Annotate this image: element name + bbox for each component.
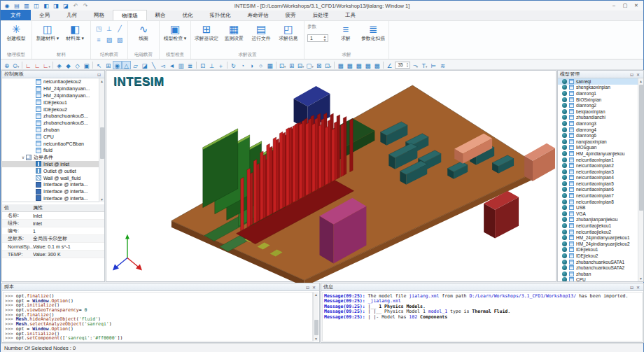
component-item-20[interactable]: neicuntiaoxinpian8	[558, 199, 643, 205]
tree-item-6[interactable]: zhubanchuankouS...	[2, 120, 104, 127]
pressure-load-icon[interactable]: ◳	[94, 24, 104, 34]
component-item-9[interactable]: dianrong6	[558, 132, 643, 139]
circle-select-icon[interactable]: ○	[256, 61, 265, 69]
component-item-27[interactable]: HM_24pindianyuanjiekou2	[558, 241, 643, 247]
snapshot-icon[interactable]: ◪	[62, 2, 70, 10]
ribbon-tab-1[interactable]: 全局	[31, 10, 58, 20]
component-item-28[interactable]: IDEjiekou1	[558, 247, 643, 253]
view-next-icon[interactable]: ◄	[167, 61, 176, 69]
clip-plane-y-icon[interactable]: ▩	[345, 61, 354, 69]
filter-off-icon[interactable]: ⊠	[314, 61, 323, 69]
ribbon-tab-6[interactable]: 优化	[174, 10, 202, 20]
tree-item-2[interactable]: HM_24pindianyuan...	[2, 92, 104, 99]
clip-plane-x-icon[interactable]: ▩	[336, 61, 345, 69]
component-item-0[interactable]: sanreqi	[558, 78, 643, 85]
component-item-18[interactable]: neicuntiaoxinpian6	[558, 187, 643, 193]
solve-button[interactable]: ≡求解	[333, 22, 358, 41]
component-scrollbar[interactable]: ▲ ▼	[638, 78, 643, 281]
property-value[interactable]: Inlet	[33, 213, 104, 218]
select-mixed-icon[interactable]: ◪	[140, 61, 149, 69]
tree-item-13[interactable]: Outlet @ outlet	[2, 167, 104, 174]
tree-item-12[interactable]: Inlet @ inlet	[2, 161, 104, 168]
select-edge-icon[interactable]: ▱	[131, 61, 140, 69]
spinner-arrows-icon[interactable]: ▲▼	[405, 62, 410, 68]
solver-settings-button[interactable]: ⊞求解器设定	[194, 22, 219, 41]
select-volume-icon[interactable]: ◉	[113, 61, 122, 69]
show-mesh-icon[interactable]: ▥	[176, 61, 186, 69]
component-item-2[interactable]: dianrong1	[558, 90, 643, 97]
property-value[interactable]: 全局笛卡尔坐标	[33, 235, 104, 242]
import-icon[interactable]: ◫	[32, 2, 41, 10]
solve-info-button[interactable]: ◰求解信息	[276, 22, 301, 41]
inertia-load-icon[interactable]: ▧	[115, 35, 125, 45]
component-item-32[interactable]: zhuban	[558, 271, 643, 277]
ribbon-tab-10[interactable]: 后处理	[304, 10, 337, 20]
angle-value-spinner[interactable]: 35▲▼	[395, 62, 410, 69]
constraint-load-icon[interactable]: ≡	[94, 35, 104, 45]
property-value[interactable]: 1	[33, 229, 104, 234]
measure-icon[interactable]: ⊥	[207, 61, 216, 69]
component-item-10[interactable]: nanqiaoxinpian	[558, 139, 643, 145]
ribbon-tab-5[interactable]: 耦合	[147, 10, 174, 20]
component-item-5[interactable]: beiqiaoxinpian	[558, 108, 643, 115]
scrollbar-thumb[interactable]	[100, 127, 104, 159]
float-panel-icon[interactable]: ⊡	[629, 285, 635, 290]
undo-icon[interactable]: ↶	[71, 2, 80, 10]
list-view-icon[interactable]: ≣	[186, 61, 195, 69]
filter-body-icon[interactable]: ⊡▾	[278, 61, 287, 69]
save-icon[interactable]: ▤	[13, 2, 21, 10]
scroll-up-icon[interactable]: ▲	[638, 78, 643, 84]
ribbon-tab-9[interactable]: 疲劳	[277, 10, 304, 20]
app-logo-icon[interactable]: ◉	[3, 2, 11, 10]
material-library-button[interactable]: ◧材料库 ▾	[62, 22, 88, 41]
tree-item-5[interactable]: zhubanchuankouS...	[2, 113, 104, 120]
ribbon-tab-4[interactable]: 物理场	[113, 10, 147, 20]
close-panel-icon[interactable]: ✕	[311, 285, 317, 290]
tree-item-8[interactable]: CPU	[2, 133, 104, 140]
scrollbar-thumb[interactable]	[639, 85, 643, 211]
float-panel-icon[interactable]: ⊡	[304, 285, 311, 290]
smooth-shading-icon[interactable]: ≋	[438, 61, 447, 69]
render-mode-icon[interactable]: ⊨	[429, 61, 438, 69]
tree-item-1[interactable]: HM_24pindianyuan...	[2, 85, 104, 92]
coil-button[interactable]: ∿线圈	[131, 22, 156, 41]
type-filter-icon[interactable]: T▾	[420, 61, 429, 69]
filter-edge-icon[interactable]: ⊟▾	[296, 61, 305, 69]
property-value[interactable]: Value: 0.1 m s^-1	[33, 244, 104, 249]
minimize-button[interactable]: –	[608, 1, 620, 10]
component-item-24[interactable]: neicuntiaojiekou1	[558, 223, 643, 229]
tree-item-16[interactable]: Interface @ interfa...	[2, 188, 104, 195]
spinner-arrows-icon[interactable]: ▲▼	[322, 35, 328, 42]
close-button[interactable]: ✕	[631, 1, 642, 10]
clip-plane-custom-icon[interactable]: ▩	[363, 61, 372, 69]
component-item-26[interactable]: HM_24pindianyuanjiekou1	[558, 234, 643, 241]
component-item-7[interactable]: dianrong3	[558, 120, 643, 127]
tree-item-0[interactable]: neicuntiaojiekou2	[2, 78, 104, 85]
create-model-button[interactable]: ✳创建模型	[4, 22, 29, 41]
clip-plane-z-icon[interactable]: ▩	[354, 61, 363, 69]
float-panel-icon[interactable]: ⊡	[629, 72, 635, 77]
view-iso-icon[interactable]: ◈	[55, 61, 64, 69]
grid-display-icon[interactable]: ▦	[265, 61, 274, 69]
scroll-up-icon[interactable]: ▲	[99, 78, 104, 84]
property-value[interactable]: inlet	[33, 221, 104, 226]
component-item-11[interactable]: MOSguan	[558, 145, 643, 151]
zoom-icon[interactable]: ⊙▾	[11, 61, 20, 69]
component-item-33[interactable]: CPU	[558, 277, 643, 281]
save-as-icon[interactable]: ◨	[52, 2, 60, 10]
section-line-icon[interactable]: ¬▾	[411, 61, 420, 69]
parameter-value-spinner[interactable]: 1▲▼	[307, 34, 328, 42]
move-entity-icon[interactable]: ＋	[216, 61, 225, 69]
rotate-cw-icon[interactable]: ↻	[229, 61, 238, 69]
component-item-15[interactable]: neicuntiaoxinpian3	[558, 169, 643, 175]
ribbon-tab-11[interactable]: 工具	[337, 10, 364, 20]
component-item-8[interactable]: dianrong4	[558, 127, 643, 133]
tree-item-4[interactable]: IDEjiekou2	[2, 106, 104, 113]
view-wireframe-icon[interactable]: ◇	[73, 61, 82, 69]
close-panel-icon[interactable]: ✕	[635, 72, 641, 77]
redo-icon[interactable]: ↷	[81, 2, 90, 10]
view-prev-icon[interactable]: ◅	[158, 61, 167, 69]
tree-item-15[interactable]: Interface @ interfa...	[2, 181, 104, 188]
component-item-16[interactable]: neicuntiaoxinpian4	[558, 175, 643, 181]
component-item-1[interactable]: shengkaoxinpian	[558, 85, 643, 91]
